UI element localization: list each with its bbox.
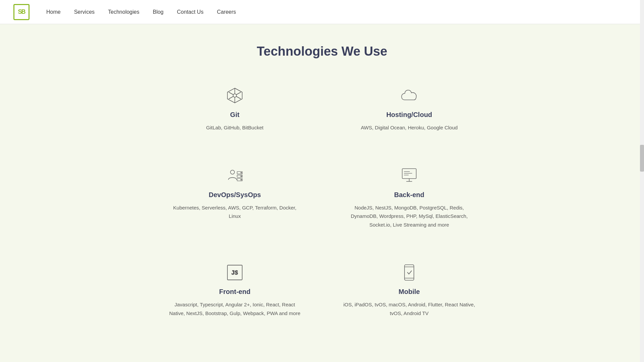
svg-line-6 [229,97,233,99]
tech-desc-devops-sysops: Kubernetes, Serverless, AWS, GCP, Terraf… [168,203,302,221]
frontend-icon: JS [225,262,245,283]
tech-name-backend: Back-end [394,191,424,199]
nav-link-services[interactable]: Services [74,9,95,15]
tech-item-hosting-cloud: Hosting/CloudAWS, Digital Ocean, Heroku,… [322,79,496,139]
tech-name-frontend: Front-end [219,288,250,296]
svg-rect-15 [402,169,416,178]
tech-desc-mobile: iOS, iPadOS, tvOS, macOS, Android, Flutt… [342,300,476,317]
svg-point-12 [241,172,242,173]
nav-link-contact-us[interactable]: Contact Us [177,9,203,15]
scrollbar[interactable] [640,0,644,362]
scrollbar-thumb[interactable] [640,145,644,172]
nav-link-home[interactable]: Home [46,9,61,15]
svg-line-4 [229,92,233,95]
tech-desc-git: GitLab, GitHub, BitBucket [206,123,264,132]
nav-links: HomeServicesTechnologiesBlogContact UsCa… [46,9,236,15]
cloud-icon [399,85,419,106]
tech-item-mobile: MobileiOS, iPadOS, tvOS, macOS, Android,… [322,256,496,324]
nav-link-blog[interactable]: Blog [153,9,163,15]
tech-item-backend: Back-endNodeJS, NestJS, MongoDB, Postgre… [322,159,496,236]
tech-desc-frontend: Javascript, Typescript, Angular 2+, Ioni… [168,300,302,317]
tech-desc-hosting-cloud: AWS, Digital Ocean, Heroku, Google Cloud [361,123,458,132]
main-content: Technologies We Use GitGitLab, GitHub, B… [0,24,644,344]
svg-point-13 [241,176,242,177]
tech-name-devops-sysops: DevOps/SysOps [209,191,261,199]
devops-icon [225,166,245,186]
svg-point-8 [230,170,234,174]
mobile-icon [399,262,419,283]
git-icon [225,85,245,106]
logo[interactable]: SB [13,4,30,20]
tech-name-hosting-cloud: Hosting/Cloud [386,111,432,119]
logo-icon: SB [13,4,30,20]
tech-name-mobile: Mobile [398,288,420,296]
tech-item-frontend: JS Front-endJavascript, Typescript, Angu… [148,256,322,324]
page-title: Technologies We Use [0,44,644,59]
svg-point-1 [233,94,236,97]
tech-desc-backend: NodeJS, NestJS, MongoDB, PostgreSQL, Red… [342,203,476,229]
svg-line-5 [236,97,241,99]
tech-item-devops-sysops: DevOps/SysOpsKubernetes, Serverless, AWS… [148,159,322,236]
tech-item-git: GitGitLab, GitHub, BitBucket [148,79,322,139]
svg-point-14 [241,179,242,180]
tech-name-git: Git [230,111,239,119]
nav-link-careers[interactable]: Careers [217,9,236,15]
tech-grid: GitGitLab, GitHub, BitBucket Hosting/Clo… [121,79,523,324]
svg-text:JS: JS [231,269,238,276]
svg-line-7 [236,92,241,95]
backend-icon [399,166,419,186]
nav-link-technologies[interactable]: Technologies [108,9,139,15]
navbar: SB HomeServicesTechnologiesBlogContact U… [0,0,644,24]
